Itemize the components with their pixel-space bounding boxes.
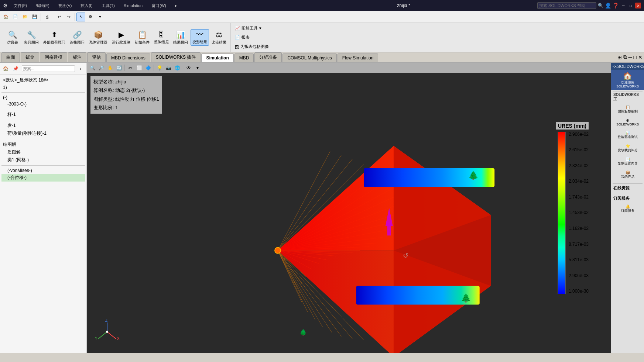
tab-comsol[interactable]: COMSOL Multiphysics [282,54,336,62]
vp-btn-display[interactable]: 🔷 [144,64,152,72]
menu-tools[interactable]: 工具(T) [99,2,118,9]
win-close[interactable]: ✕ [635,3,641,8]
performance-icon: 📊 [626,131,630,135]
menu-file[interactable]: 文件(F) [11,2,30,9]
sw-item-solidworks[interactable]: ⚙ SOLIDWORKS [613,117,643,128]
vp-btn-rotate[interactable]: 🔄 [115,64,123,72]
tree-item-jie-tujie[interactable]: 结图解 [1,141,85,148]
ribbon-btn-fanjian[interactable]: 🔍 仿真鉴 [4,29,21,46]
tree-item-lei1-wange[interactable]: 类1 (网格-) [1,156,85,164]
vp-btn-more[interactable]: ▾ [193,64,202,72]
tb-home[interactable]: 🏠 [1,13,10,21]
tab-swplugins[interactable]: SOLIDWORKS 插件 [151,52,201,62]
tb-print[interactable]: 🖨 [42,13,51,21]
tab-sheetmetal[interactable]: 钣金 [21,52,39,62]
ribbon-btn-bianjie[interactable]: 〰 变形结果 [191,29,209,46]
ribbon-btn-yunxing[interactable]: ▶ 运行此算例 [110,29,132,46]
tree-icon-top: 🌲 [468,170,479,180]
menu-edit[interactable]: 编辑(E) [33,2,52,9]
tb-save[interactable]: 💾 [30,13,39,21]
tab-analysisprepare[interactable]: 分析准备 [254,52,282,62]
tb-extra[interactable]: ▾ [96,13,105,21]
ribbon-btn-keti[interactable]: 📦 壳体管理器 [87,29,109,46]
tree-item-he-mass[interactable]: 荷/质量(刚性连接)-1 [1,130,85,137]
win-minimize[interactable]: ─ [620,3,626,8]
tab-mbddimensions[interactable]: MBD Dimensions [106,54,150,62]
tb-open[interactable]: 📂 [21,13,30,21]
tab-simulation[interactable]: Simulation [201,54,233,62]
win-restore[interactable]: □ [628,3,634,8]
sw-item-my-products[interactable]: 📦 我的产品 [613,169,643,181]
tb-settings[interactable]: ⚙ [86,13,95,21]
sw-item-property-tag[interactable]: 📋 属性标签编制 [613,103,643,116]
tree-item-fa1[interactable]: 发-1 [1,122,85,130]
sw-item-performance[interactable]: 📊 性能基准测试 [613,129,643,141]
viewport[interactable]: 🔍 🔎 ✋ 🔄 ✂ ⬜ 🔷 💡 📷 🌐 👁 ▾ 模型名称: zhijia 算例名… [87,63,611,353]
ribbon-side-image[interactable]: 🖼 为报表包括图像 [233,43,271,50]
ribbon-btn-waibu[interactable]: ⬆ 外部载荷顾问 [41,29,67,46]
tab-flowsimulation[interactable]: Flow Simulation [338,54,378,62]
tb-select[interactable]: ↖ [76,13,85,21]
yunxing-label: 运行此算例 [112,40,130,45]
vp-btn-zoom[interactable]: 🔎 [97,64,105,72]
menu-view[interactable]: 视图(V) [55,2,75,9]
vp-btn-bg[interactable]: 🌐 [173,64,181,72]
vp-btn-selection[interactable]: ⬜ [135,64,143,72]
sep2 [53,13,53,21]
sw-item-compare[interactable]: ⭐ 比较我的评分 [613,142,643,155]
tb-undo[interactable]: ↩ [55,13,64,21]
sidebar-btn-home[interactable]: 🏠 [1,64,10,73]
vp-btn-search[interactable]: 🔍 [88,64,96,72]
sidebar-btn-pin[interactable]: 📌 [11,64,20,73]
ribbon-btn-bijiao[interactable]: ⚖ 比较结果 [210,29,228,46]
tree-item-neg1[interactable]: (-) [1,94,85,101]
tb-redo[interactable]: ↪ [64,13,73,21]
tb-new[interactable]: 📄 [11,13,20,21]
tab-icon-expand[interactable]: ⊞ [617,54,622,60]
sw-panel-header[interactable]: <<SOLIDWORKS [611,63,644,70]
tree-item-displacement[interactable]: (-合位移-) [1,174,85,182]
menu-insert[interactable]: 插入(I) [78,2,95,9]
vp-sep1 [124,65,125,71]
menu-simulation[interactable]: Simulation [121,3,145,8]
tab-icon-minimize[interactable]: ─ [628,54,632,60]
ribbon-side-graph-tools[interactable]: 📈 图解工具 ▾ [233,25,263,32]
search-icon[interactable]: 🔍 [598,3,603,8]
ribbon-btn-lianjie[interactable]: 🔗 连接顾问 [68,29,86,46]
tree-item-display-state[interactable]: <默认>_显示状态 18#> [1,76,85,84]
ribbon-btn-jiaju[interactable]: 🔧 夹具顾问 [22,29,41,46]
tab-surface[interactable]: 曲面 [1,52,20,62]
vp-btn-view[interactable]: 👁 [185,64,193,72]
tab-mbd[interactable]: MBD [234,54,254,62]
tree-item-3003[interactable]: -3003-O-) [1,101,85,107]
tab-icon-maximize[interactable]: □ [634,54,637,60]
vp-btn-light[interactable]: 💡 [155,64,164,72]
ribbon-btn-jieguo-gw[interactable]: 📊 结果顾问 [171,29,190,46]
tab-evaluate[interactable]: 评估 [87,52,106,62]
menu-more[interactable]: ▸ [172,3,180,9]
vp-btn-camera[interactable]: 📷 [164,64,172,72]
tree-item-gan1[interactable]: 杆-1 [1,111,85,118]
tab-icon-close[interactable]: ✕ [638,54,643,60]
sidebar-search[interactable] [22,65,75,72]
help-icon[interactable]: ❓ [613,3,619,8]
ribbon-btn-chushi[interactable]: 📋 初始条件 [133,29,151,46]
tab-annotation[interactable]: 标注 [68,52,86,62]
sw-item-subscription[interactable]: 🔔 订阅服务 [613,203,643,215]
search-input[interactable] [537,2,596,9]
ribbon-side-report[interactable]: 📄 报表 [233,34,251,41]
tab-meshmodeling[interactable]: 网格建模 [40,52,67,62]
tab-icon-restore[interactable]: ⧉ [623,54,627,60]
vp-btn-pan[interactable]: ✋ [106,64,114,72]
tree-item-vonmises[interactable]: (-vonMises-) [1,167,85,174]
vp-btn-section[interactable]: ✂ [126,64,134,72]
menu-window[interactable]: 窗口(W) [148,2,169,9]
compare-label: 比较我的评分 [618,148,638,153]
tree-item-1[interactable]: 1) [1,84,85,91]
main-content: 🏠 📌 › <默认>_显示状态 18#> 1) (-) -3003-O-) 杆-… [0,63,644,353]
sidebar-expand-icon[interactable]: › [76,64,85,73]
ribbon-btn-zhengti[interactable]: 🎛 整体组尼 [152,29,171,46]
tree-item-zhi-tujie[interactable]: 质图解 [1,148,85,156]
sw-item-copy-settings[interactable]: 📑 复制设置向导 [613,155,643,168]
user-icon[interactable]: 👤 [605,3,611,8]
